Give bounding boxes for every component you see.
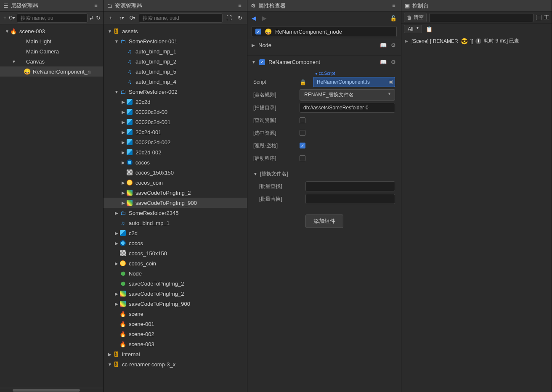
inspector-menu-button[interactable]: ≡ <box>390 2 398 10</box>
component-header[interactable]: ▼ ReNamerComponent 📖 ⚙ <box>247 56 401 68</box>
batch-find-input[interactable] <box>305 181 395 191</box>
chevron-down-icon[interactable]: ▼ <box>4 28 10 34</box>
component-gear-icon[interactable]: ⚙ <box>390 59 397 65</box>
assets-search-input[interactable] <box>139 13 223 23</box>
chevron-right-icon[interactable]: ▶ <box>120 190 126 196</box>
clear-button[interactable]: 🗑 清空 <box>404 13 427 22</box>
search-mode-button[interactable]: Q▾ <box>9 13 15 23</box>
chevron-right-icon[interactable]: ▶ <box>120 200 126 206</box>
tree-item[interactable]: ▶🗀SomeResfolder2345 <box>104 208 247 218</box>
refresh-button[interactable]: ↻ <box>96 13 101 23</box>
tree-item[interactable]: ▶20c2d-002 <box>104 147 247 157</box>
tree-item[interactable]: ▶♫auto_bind_mp_5 <box>104 66 247 77</box>
tree-item[interactable]: ▶Main Camera <box>0 46 103 56</box>
chevron-right-icon[interactable]: ▶ <box>114 301 119 307</box>
tree-item[interactable]: ▶⬢Node <box>104 268 247 278</box>
component-enabled-checkbox[interactable] <box>259 59 265 65</box>
expand-button[interactable]: ⛶ <box>224 13 234 23</box>
scan-dir-input[interactable] <box>300 103 395 113</box>
chevron-right-icon[interactable]: ▶ <box>120 119 126 125</box>
tree-item[interactable]: ▶20c2d-001 <box>104 127 247 137</box>
tree-item[interactable]: ▶🔥scene <box>104 309 247 319</box>
chevron-right-icon[interactable]: ▶ <box>114 230 119 236</box>
add-component-button[interactable]: 添加组件 <box>305 215 343 228</box>
tree-item[interactable]: ▶00020c2d-001 <box>104 117 247 127</box>
chevron-right-icon[interactable]: ▶ <box>120 99 126 105</box>
asset-search-mode-button[interactable]: Q▾ <box>128 13 137 23</box>
tree-item[interactable]: ▶♫auto_bind_mp_1 <box>104 218 247 228</box>
hierarchy-menu-button[interactable]: ≡ <box>92 2 100 10</box>
chevron-right-icon[interactable]: ▶ <box>114 260 119 266</box>
add-node-button[interactable]: + <box>3 13 7 23</box>
tree-item[interactable]: ▶cocos_150x150 <box>104 167 247 177</box>
chevron-down-icon[interactable]: ▼ <box>107 361 113 367</box>
tree-item[interactable]: ▶saveCodeToPngImg_2 <box>104 188 247 198</box>
sort-button[interactable]: ↕▾ <box>117 13 126 23</box>
chevron-right-icon[interactable]: ▶ <box>120 139 126 145</box>
tree-item[interactable]: ▶🔥scene-003 <box>104 339 247 349</box>
tree-item[interactable]: ▶♫auto_bind_mp_2 <box>104 56 247 66</box>
query-res-checkbox[interactable] <box>300 117 305 123</box>
tree-item[interactable]: ▶⬢saveCodeToPngImg_2 <box>104 278 247 289</box>
collapse-button[interactable]: ⇄ <box>89 13 94 23</box>
destroy-space-checkbox[interactable] <box>300 143 305 148</box>
lock-icon[interactable]: 🔓 <box>390 15 397 21</box>
chevron-down-icon[interactable]: ▼ <box>107 28 113 34</box>
tree-item[interactable]: ▶😄ReNamerComponent_n <box>0 66 103 77</box>
chevron-right-icon[interactable]: ▶ <box>120 159 126 165</box>
select-res-checkbox[interactable] <box>300 130 305 136</box>
hierarchy-search-input[interactable] <box>17 13 88 23</box>
node-section-header[interactable]: ▶ Node 📖 ⚙ <box>247 39 401 51</box>
tree-item[interactable]: ▶20c2d <box>104 97 247 107</box>
chevron-down-icon[interactable]: ▼ <box>114 89 119 95</box>
node-gear-icon[interactable]: ⚙ <box>390 42 397 48</box>
tree-item[interactable]: ▶cocos_150x150 <box>104 248 247 258</box>
tree-item[interactable]: ▶♫auto_bind_mp_4 <box>104 77 247 87</box>
chevron-right-icon[interactable]: ▶ <box>107 351 113 357</box>
console-filter-input[interactable] <box>429 13 533 22</box>
naming-rule-select[interactable]: RENAME_替换文件名 <box>300 89 395 101</box>
tree-item[interactable]: ▶00020c2d-002 <box>104 137 247 147</box>
assets-refresh-button[interactable]: ↻ <box>235 13 244 23</box>
tree-item[interactable]: ▶cocos <box>104 157 247 167</box>
batch-replace-input[interactable] <box>305 194 395 204</box>
script-reference-field[interactable]: ReNamerComponent.ts ▣ <box>313 77 395 87</box>
tree-item[interactable]: ▶🔥scene-001 <box>104 319 247 329</box>
expand-log-icon[interactable]: ▶ <box>405 39 409 43</box>
tree-item[interactable]: ▶cocos <box>104 238 247 248</box>
tree-item[interactable]: ▼🗀SomeResfolder-002 <box>104 87 247 97</box>
tree-item[interactable]: ▶c2d <box>104 228 247 238</box>
node-enabled-checkbox[interactable] <box>255 29 261 34</box>
launch-checkbox[interactable] <box>300 155 305 161</box>
chevron-down-icon[interactable]: ▼ <box>11 58 17 64</box>
tree-item[interactable]: ▶cocos_coin <box>104 177 247 188</box>
chevron-right-icon[interactable]: ▶ <box>114 210 119 216</box>
chevron-right-icon[interactable]: ▶ <box>114 240 119 246</box>
tree-item[interactable]: ▶♫auto_bind_mp_1 <box>104 46 247 56</box>
tree-item[interactable]: ▶saveCodeToPngImg_900 <box>104 198 247 208</box>
nav-back-button[interactable]: ◀ <box>252 15 256 21</box>
component-help-icon[interactable]: 📖 <box>380 59 387 65</box>
tree-item[interactable]: ▶🗄internal <box>104 349 247 359</box>
tree-item[interactable]: ▶00020c2d-00 <box>104 107 247 117</box>
copy-button[interactable]: 📋 <box>425 24 434 34</box>
chevron-right-icon[interactable]: ▶ <box>114 291 119 297</box>
chevron-down-icon[interactable]: ▼ <box>114 38 119 44</box>
replace-section-header[interactable]: ▼ [替换文件名] <box>247 168 401 180</box>
regex-checkbox[interactable] <box>536 15 541 20</box>
tree-item[interactable]: ▼🔥scene-003 <box>0 26 103 36</box>
tree-item[interactable]: ▼🗄cc-renamer-comp-3_x <box>104 359 247 369</box>
chevron-right-icon[interactable]: ▶ <box>120 109 126 115</box>
tree-item[interactable]: ▶cocos_coin <box>104 258 247 268</box>
tree-item[interactable]: ▼🗄assets <box>104 26 247 36</box>
tree-item[interactable]: ▼🗀SomeResfolder-001 <box>104 36 247 46</box>
tree-item[interactable]: ▼Canvas <box>0 56 103 66</box>
add-asset-button[interactable]: + <box>106 13 115 23</box>
console-log-line[interactable]: ▶ [Scene] [ RENAMER 😎 ][ i 耗时 9 ms] 已查 <box>401 36 552 46</box>
tree-item[interactable]: ▶🔥scene-002 <box>104 329 247 339</box>
script-browse-icon[interactable]: ▣ <box>388 79 393 85</box>
chevron-right-icon[interactable]: ▶ <box>120 149 126 155</box>
hierarchy-scrollbar[interactable] <box>0 388 103 392</box>
help-icon[interactable]: 📖 <box>380 42 387 48</box>
chevron-right-icon[interactable]: ▶ <box>120 129 126 135</box>
